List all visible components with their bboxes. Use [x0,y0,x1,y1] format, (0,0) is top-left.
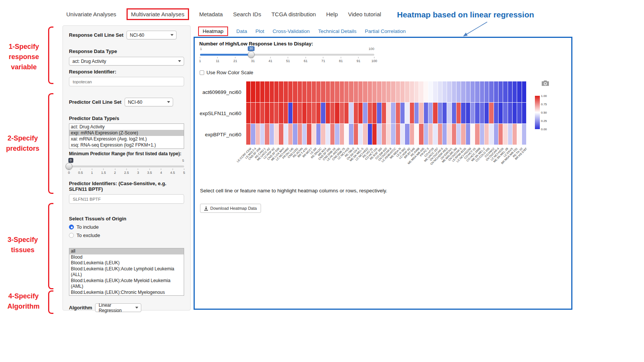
heatmap-cell[interactable] [246,124,250,145]
list-option-xsq-rna-seq-expression-log2-fpkm-1[interactable]: xsq: RNA-seq Expression (log2 FPKM+1.) [69,142,184,148]
heatmap-cell[interactable] [377,124,381,145]
list-option-exp-mrna-expression-z-score[interactable]: exp: mRNA Expression (Z-Score) [69,130,184,136]
heatmap-cell[interactable] [265,81,269,102]
heatmap-cell[interactable] [358,81,363,102]
heatmap-cell[interactable] [335,81,339,102]
heatmap-cell[interactable] [489,103,493,123]
heatmap-cell[interactable] [358,103,363,123]
heatmap-cell[interactable] [438,81,442,102]
heatmap-cell[interactable] [433,81,437,102]
tab-data[interactable]: Data [236,28,247,34]
heatmap-cell[interactable] [368,103,372,123]
nav-item-help[interactable]: Help [326,11,338,17]
heatmap-cell[interactable] [335,124,339,145]
heatmap-cell[interactable] [508,103,512,123]
heatmap-cell[interactable] [424,103,428,123]
tissue-list[interactable]: allBloodBlood:Leukemia (LEUK)Blood:Leuke… [69,248,184,296]
heatmap-cell[interactable] [466,81,470,102]
predictor-data-type-list[interactable]: act: Drug Activityexp: mRNA Expression (… [69,123,184,149]
heatmap-cell[interactable] [349,81,353,102]
heatmap-cell[interactable] [447,81,451,102]
heatmap-cell[interactable] [447,103,451,123]
heatmap-cell[interactable] [372,103,377,123]
heatmap-cell[interactable] [396,81,400,102]
heatmap-cell[interactable] [489,124,493,145]
heatmap-cell[interactable] [284,81,288,102]
heatmap-cell[interactable] [466,103,470,123]
heatmap-cell[interactable] [386,81,391,102]
heatmap-cell[interactable] [428,103,433,123]
list-option-blood-leukemia-leuk-acute-myeloid-leukem[interactable]: Blood:Leukemia (LEUK):Acute Myeloid Leuk… [69,278,184,290]
camera-icon[interactable] [542,80,549,87]
download-heatmap-button[interactable]: Download Heatmap Data [200,204,261,213]
heatmap-cell[interactable] [288,81,292,102]
heatmap-cell[interactable] [452,81,456,102]
heatmap-cell[interactable] [256,124,260,145]
heatmap-cell[interactable] [284,103,288,123]
heatmap-cell[interactable] [513,81,517,102]
list-option-xai-mrna-expression-avg-log2-int[interactable]: xai: mRNA Expression (Avg. log2 Int.) [69,136,184,142]
heatmap-cell[interactable] [428,124,433,145]
heatmap-cell[interactable] [284,124,288,145]
heatmap-cell[interactable] [522,81,526,102]
heatmap-cell[interactable] [508,124,512,145]
heatmap-cell[interactable] [400,81,405,102]
heatmap-cell[interactable] [522,124,526,145]
heatmap-cell[interactable] [503,103,507,123]
heatmap-cell[interactable] [363,124,367,145]
heatmap-cell[interactable] [513,103,517,123]
heatmap-cell[interactable] [349,103,353,123]
tab-technical-details[interactable]: Technical Details [318,28,356,34]
heatmap-cell[interactable] [321,81,325,102]
heatmap-cell[interactable] [265,103,269,123]
row-color-scale-checkbox[interactable] [200,70,204,75]
heatmap-cell[interactable] [274,124,278,145]
heatmap-cell[interactable] [466,124,470,145]
heatmap-cell[interactable] [293,81,297,102]
heatmap-cell[interactable] [433,103,437,123]
heatmap-cell[interactable] [372,124,377,145]
heatmap-cell[interactable] [344,81,349,102]
heatmap-row-label-act609699-nci60[interactable]: act609699_nci60 [202,89,241,95]
heatmap-cell[interactable] [312,103,316,123]
heatmap-cell[interactable] [517,103,521,123]
heatmap-cell[interactable] [485,81,489,102]
heatmap-cell[interactable] [372,81,377,102]
heatmap-cell[interactable] [256,103,260,123]
heatmap-cell[interactable] [475,81,479,102]
heatmap-cell[interactable] [503,81,507,102]
heatmap-cell[interactable] [391,81,395,102]
nav-item-multivariate-analyses[interactable]: Multivariate Analyses [127,8,189,20]
heatmap-cell[interactable] [499,124,503,145]
heatmap-cell[interactable] [330,103,335,123]
list-option-blood[interactable]: Blood [69,254,184,261]
heatmap-cell[interactable] [405,103,409,123]
radio-to-exclude[interactable]: To exclude [69,232,184,238]
heatmap-cell[interactable] [414,103,419,123]
heatmap-cell[interactable] [316,81,320,102]
heatmap-cell[interactable] [424,124,428,145]
heatmap-cell[interactable] [307,81,311,102]
heatmap-cell[interactable] [298,124,302,145]
heatmap-cell[interactable] [326,124,330,145]
heatmap-cell[interactable] [363,103,367,123]
heatmap-cell[interactable] [349,124,353,145]
heatmap-cell[interactable] [475,103,479,123]
response-cell-line-set-select[interactable]: NCI-60 [127,31,177,39]
heatmap-cell[interactable] [452,124,456,145]
heatmap-cell[interactable] [298,103,302,123]
heatmap-cell[interactable] [302,124,306,145]
heatmap-cell[interactable] [396,124,400,145]
heatmap-cell[interactable] [340,81,344,102]
radio-to-include[interactable]: To include [69,224,184,230]
heatmap-cell[interactable] [246,81,250,102]
heatmap-cell[interactable] [326,81,330,102]
list-option-blood-leukemia-leuk[interactable]: Blood:Leukemia (LEUK) [69,260,184,266]
response-identifier-input[interactable]: topotecan [69,77,184,86]
heatmap-cell[interactable] [480,124,484,145]
predictor-cell-line-set-select[interactable]: NCI-60 [125,98,173,106]
tab-plot[interactable]: Plot [255,28,264,34]
heatmap-cell[interactable] [298,81,302,102]
heatmap-cell[interactable] [307,124,311,145]
heatmap-cell[interactable] [354,124,358,145]
